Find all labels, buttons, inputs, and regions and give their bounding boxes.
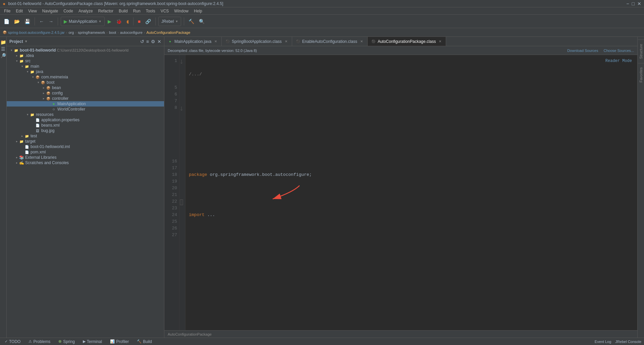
- tree-java[interactable]: ▾ 📁 java: [7, 69, 164, 74]
- tree-world-controller[interactable]: ○ WorldController: [7, 107, 164, 112]
- menu-analyze[interactable]: Analyze: [76, 7, 96, 15]
- search-btn[interactable]: 🔍: [197, 18, 206, 25]
- tab-spring-boot-app[interactable]: ⚫ SpringBootApplication.class ✕: [222, 37, 292, 46]
- project-collapse-icon[interactable]: ≡: [146, 39, 149, 44]
- breadcrumb-item-3[interactable]: boot: [109, 30, 116, 34]
- bottom-tab-spring[interactable]: ⬢ Spring: [56, 338, 77, 345]
- build-btn[interactable]: 🔨: [187, 18, 196, 25]
- breadcrumb-item-4[interactable]: autoconfigure: [120, 30, 143, 34]
- menu-file[interactable]: File: [1, 7, 13, 15]
- tree-target[interactable]: ▸ 📁 target: [7, 139, 164, 144]
- menu-vcs[interactable]: VCS: [158, 7, 172, 15]
- menu-view[interactable]: View: [25, 7, 40, 15]
- tree-config[interactable]: ▸ 📦 config: [7, 90, 164, 96]
- tree-root[interactable]: ▾ 📁 boot-01-helloworld C:\Users\32120\De…: [7, 48, 164, 53]
- minimize-button[interactable]: −: [626, 1, 629, 6]
- menu-edit[interactable]: Edit: [13, 7, 25, 15]
- stop-btn[interactable]: ■: [136, 18, 142, 25]
- menu-code[interactable]: Code: [61, 7, 76, 15]
- menu-build[interactable]: Build: [116, 7, 130, 15]
- bottom-tab-terminal[interactable]: ▶ Terminal: [81, 338, 104, 345]
- menu-window[interactable]: Window: [171, 7, 191, 15]
- run-config-selector[interactable]: ▶ MainApplication ▼: [61, 17, 105, 26]
- editor-footer: AutoConfigurationPackage: [164, 330, 637, 338]
- attach-btn[interactable]: 🔗: [144, 18, 153, 25]
- iml-icon: 📄: [24, 144, 30, 149]
- download-sources-link[interactable]: Download Sources: [567, 49, 598, 53]
- config-arrow: ▸: [42, 91, 46, 95]
- close-button[interactable]: ✕: [637, 1, 641, 6]
- tree-iml[interactable]: 📄 boot-01-helloworld.iml: [7, 144, 164, 149]
- tab-main-application-java[interactable]: ● MainApplication.java ✕: [164, 37, 222, 46]
- jrebel-console-btn[interactable]: JRebel Console: [615, 340, 641, 344]
- back-btn[interactable]: ←: [38, 18, 46, 25]
- bottom-tab-problems[interactable]: ⚠ Problems: [26, 338, 52, 345]
- tree-ext-libs[interactable]: ▸ 📚 External Libraries: [7, 155, 164, 160]
- tree-bean[interactable]: ▸ 📦 bean: [7, 85, 164, 90]
- menu-refactor[interactable]: Refactor: [96, 7, 116, 15]
- breadcrumb-item-2[interactable]: springframework: [78, 30, 105, 34]
- project-sync-icon[interactable]: ↺: [140, 39, 144, 44]
- tab-close-main[interactable]: ✕: [213, 39, 218, 44]
- bottom-tab-todo[interactable]: ✓ TODO: [3, 338, 22, 345]
- tree-controller[interactable]: ▸ 📦 controller: [7, 96, 164, 101]
- menu-tools[interactable]: Tools: [143, 7, 158, 15]
- tree-boot[interactable]: ▾ 📦 boot: [7, 80, 164, 85]
- tab-auto-config-pkg[interactable]: ⚫ AutoConfigurationPackage.class ✕: [368, 37, 446, 46]
- pom-label: pom.xml: [31, 150, 46, 154]
- bean-label: bean: [52, 85, 61, 90]
- left-icon-2[interactable]: ☰: [1, 46, 6, 52]
- code-line-blank4: [189, 232, 634, 238]
- right-sidebar-structure[interactable]: Structure: [638, 40, 644, 63]
- left-icon-1[interactable]: 📁: [1, 40, 6, 45]
- tree-resources[interactable]: ▾ 📁 resources: [7, 112, 164, 117]
- scratches-label: Scratches and Consoles: [25, 160, 69, 165]
- tree-beans-xml[interactable]: 📄 beans.xml: [7, 123, 164, 128]
- tree-com-meimeixia[interactable]: ▾ 📦 com.meimeixia: [7, 74, 164, 80]
- menu-help[interactable]: Help: [191, 7, 205, 15]
- choose-sources-link[interactable]: Choose Sources...: [604, 49, 634, 53]
- tree-test[interactable]: ▸ 📁 test: [7, 133, 164, 139]
- breadcrumb-item-0[interactable]: spring-boot-autoconfigure-2.4.5.jar: [8, 30, 65, 34]
- save-btn[interactable]: 💾: [23, 18, 32, 25]
- project-dropdown-icon[interactable]: ▼: [24, 40, 28, 43]
- coverage-btn[interactable]: ◖: [125, 18, 130, 25]
- forward-btn[interactable]: →: [47, 18, 55, 25]
- menu-run[interactable]: Run: [130, 7, 143, 15]
- src-label: src: [25, 59, 31, 63]
- menu-navigate[interactable]: Navigate: [40, 7, 61, 15]
- res-folder-icon: 📁: [30, 112, 35, 117]
- tree-scratches[interactable]: ▸ ✍ Scratches and Consoles: [7, 160, 164, 165]
- right-sidebar-favorites[interactable]: Favorites: [638, 63, 644, 86]
- bottom-tab-build[interactable]: 🔨 Build: [135, 338, 154, 345]
- project-panel-title: Project ▼: [9, 39, 28, 44]
- bottom-tab-profiler[interactable]: 📊 Profiler: [108, 338, 131, 345]
- reader-mode-button[interactable]: Reader Mode: [605, 58, 632, 64]
- tab-close-eac[interactable]: ✕: [359, 39, 364, 44]
- new-project-btn[interactable]: 📄: [2, 18, 11, 25]
- tab-close-sba[interactable]: ✕: [284, 39, 288, 44]
- tree-main[interactable]: ▾ 📁 main: [7, 64, 164, 69]
- tree-bug-jpg[interactable]: 🖼 bug.jpg: [7, 128, 164, 133]
- tree-pom[interactable]: 📄 pom.xml: [7, 149, 164, 155]
- project-settings-icon[interactable]: ⚙: [151, 39, 155, 44]
- code-content[interactable]: /.../ package org.springframework.boot.a…: [185, 55, 637, 330]
- tree-app-properties[interactable]: 📄 application.properties: [7, 117, 164, 123]
- run-btn[interactable]: ▶: [106, 18, 113, 25]
- tab-enable-auto[interactable]: ⚫ EnableAutoConfiguration.class ✕: [292, 37, 368, 46]
- bean-pkg-icon: 📦: [46, 85, 51, 90]
- title-bar: ● boot-01-helloworld - AutoConfiguration…: [0, 0, 644, 7]
- breadcrumb-item-1[interactable]: org: [68, 30, 74, 34]
- maximize-button[interactable]: □: [632, 1, 635, 6]
- code-line-blank5: [189, 252, 634, 259]
- jrebel-config[interactable]: JRebel ▼: [158, 17, 181, 26]
- open-btn[interactable]: 📂: [12, 18, 21, 25]
- left-icon-3[interactable]: 🔎: [1, 53, 6, 58]
- tree-main-application[interactable]: ● MainApplication: [7, 101, 164, 107]
- event-log-btn[interactable]: Event Log: [595, 340, 611, 344]
- debug-btn[interactable]: 🐞: [114, 18, 123, 25]
- project-hide-icon[interactable]: ✕: [157, 39, 161, 44]
- tree-idea[interactable]: ▸ 📁 .idea: [7, 53, 164, 58]
- tree-src[interactable]: ▾ 📁 src: [7, 58, 164, 64]
- tab-close-acp[interactable]: ✕: [438, 39, 442, 44]
